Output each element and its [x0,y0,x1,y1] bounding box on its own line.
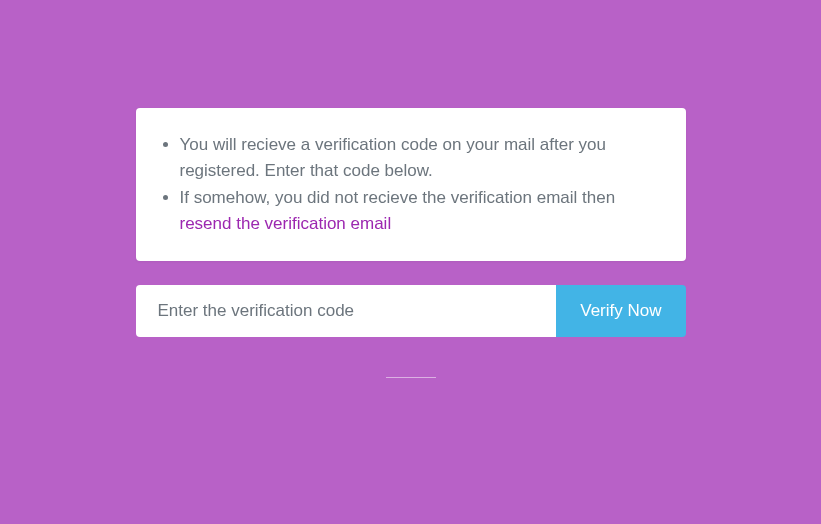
info-list: You will recieve a verification code on … [160,132,662,237]
info-item-2-text: If somehow, you did not recieve the veri… [180,188,616,207]
verification-input-row: Verify Now [136,285,686,337]
verify-now-button[interactable]: Verify Now [556,285,685,337]
resend-verification-link[interactable]: resend the verification email [180,214,392,233]
verification-code-input[interactable] [136,285,557,337]
info-card: You will recieve a verification code on … [136,108,686,261]
info-item-2: If somehow, you did not recieve the veri… [180,185,662,238]
info-item-1: You will recieve a verification code on … [180,132,662,185]
verification-container: You will recieve a verification code on … [136,0,686,378]
divider [386,377,436,378]
